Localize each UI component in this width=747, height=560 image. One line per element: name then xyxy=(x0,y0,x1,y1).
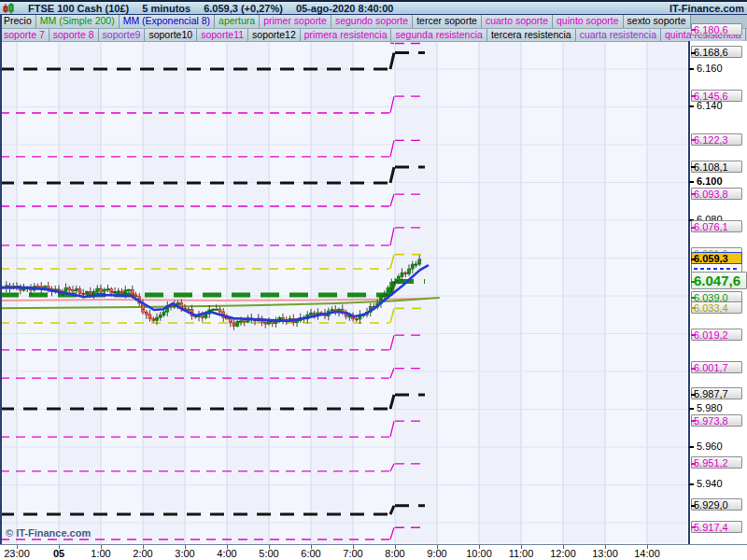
price-tick-5-980: 5.980 xyxy=(690,402,723,414)
candle-body xyxy=(72,290,75,291)
tick-mark xyxy=(691,420,696,422)
chart-area[interactable]: © IT-Finance.com xyxy=(0,41,688,544)
legend-item-cuarta-resistencia[interactable]: cuarta resistencia xyxy=(576,29,661,41)
price-tick-5-960: 5.960 xyxy=(690,441,723,453)
legend-item-mm-exponencial-8[interactable]: MM (Exponencial 8) xyxy=(120,15,215,28)
tick-mark xyxy=(691,95,696,97)
tick-mark xyxy=(691,193,696,195)
time-label-1-00: 1:00 xyxy=(91,548,110,559)
legend-item-primera-resistencia[interactable]: primera resistencia xyxy=(301,29,392,41)
price-label-text: 6.108,1 xyxy=(694,161,728,173)
price-label-text: 6.047,6 xyxy=(694,273,740,288)
level-price-label-6-033-4: 6.033,4 xyxy=(691,301,742,314)
title-bar: FTSE 100 Cash (10£) 5 minutos 6.059,3 (+… xyxy=(0,0,747,15)
tick-mark xyxy=(691,334,696,336)
tick-mark xyxy=(689,105,694,107)
time-label-12-00: 12:00 xyxy=(550,548,576,559)
legend-item-apertura[interactable]: apertura xyxy=(215,15,260,28)
time-label-6-00: 6:00 xyxy=(301,548,320,559)
tick-mark xyxy=(689,68,694,70)
price-label-text: 6.168,6 xyxy=(694,47,728,58)
price-tick-6-140: 6.140 xyxy=(690,100,723,112)
tick-mark xyxy=(691,281,696,283)
level-price-label-5-951-2: 5.951,2 xyxy=(691,456,742,469)
level-price-label-6-076-1: 6.076,1 xyxy=(691,220,742,232)
legend-item-segundo-soporte[interactable]: segundo soporte xyxy=(331,15,413,28)
tick-mark xyxy=(689,408,694,410)
tick-mark xyxy=(689,181,694,183)
legend-item-segunda-resistencia[interactable]: segunda resistencia xyxy=(391,29,486,41)
left-border-line xyxy=(0,15,2,544)
legend-item-soporte9[interactable]: soporte9 xyxy=(99,29,146,41)
tick-mark xyxy=(691,259,696,260)
time-label-9-00: 9:00 xyxy=(427,548,446,559)
legend-item-tercer-soporte[interactable]: tercer soporte xyxy=(413,15,482,28)
watermark: © IT-Finance.com xyxy=(6,527,91,539)
legend-item-sexto-soporte[interactable]: sexto soporte xyxy=(624,15,691,28)
tick-mark xyxy=(691,394,696,396)
candlestick-icon xyxy=(3,3,15,14)
level-price-label-6-168-6: 6.168,6 xyxy=(691,46,742,58)
interval-label: 5 minutos xyxy=(142,3,190,14)
level-price-label-6-180-6: 6.180,6 xyxy=(691,23,742,35)
price-label-text: 6.001,7 xyxy=(694,362,728,373)
price-label-text: 6.122,3 xyxy=(694,134,728,146)
price-tick-label: 5.980 xyxy=(697,402,723,413)
time-label-5-00: 5:00 xyxy=(259,548,278,559)
legend-item-primer-soporte[interactable]: primer soporte xyxy=(260,15,331,28)
hour-band xyxy=(605,42,647,545)
level-price-label-6-019-2: 6.019,2 xyxy=(691,329,742,341)
legend-item-soporte12[interactable]: soporte12 xyxy=(248,29,301,41)
legend-item-soporte11[interactable]: soporte11 xyxy=(197,29,248,41)
candle-body xyxy=(271,321,274,323)
tick-mark xyxy=(691,52,696,54)
candle-body xyxy=(75,289,78,291)
time-label-10-00: 10:00 xyxy=(466,548,492,559)
time-label-05: 05 xyxy=(53,548,64,559)
tick-mark xyxy=(691,139,696,141)
time-label-2-00: 2:00 xyxy=(133,548,152,559)
price-label-text: 5.917,4 xyxy=(694,522,728,533)
tick-mark xyxy=(691,227,696,229)
tick-mark xyxy=(691,526,696,528)
legend-item-soporte10[interactable]: soporte10 xyxy=(145,29,197,41)
price-label-text: 6.033,4 xyxy=(694,302,728,314)
legend-item-quinto-soporte[interactable]: quinto soporte xyxy=(553,15,624,28)
last-price-change: 6.059,3 (+0,27%) xyxy=(204,3,283,14)
instrument-name: FTSE 100 Cash (10£) xyxy=(28,3,129,14)
price-tick-6-160: 6.160 xyxy=(690,63,723,75)
timestamp: 05-ago-2020 8:40:00 xyxy=(296,3,394,14)
legend-item-precio[interactable]: Precio xyxy=(0,15,36,28)
current-price-label: 6.059,3 xyxy=(691,252,742,264)
legend-item-tercera-resistencia[interactable]: tercera resistencia xyxy=(487,29,576,41)
time-label-8-00: 8:00 xyxy=(385,548,404,559)
brand-label: IT-Finance.com xyxy=(669,3,744,14)
price-chart[interactable] xyxy=(0,42,688,545)
tick-mark xyxy=(691,29,696,31)
price-label-text: 5.951,2 xyxy=(694,457,728,469)
price-label-text: 5.929,0 xyxy=(694,499,728,511)
price-tick-label: 5.940 xyxy=(697,478,723,489)
legend-item-soporte-7[interactable]: soporte 7 xyxy=(0,29,49,41)
hour-band xyxy=(437,42,479,545)
price-tick-label: 6.140 xyxy=(697,100,723,111)
legend-item-mm-simple-200[interactable]: MM (Simple 200) xyxy=(36,15,120,28)
candle-body xyxy=(215,309,218,310)
price-label-text: 6.076,1 xyxy=(694,221,728,232)
time-label-4-00: 4:00 xyxy=(217,548,236,559)
level-price-label-6-145-6: 6.145,6 xyxy=(691,90,742,102)
tick-mark xyxy=(691,368,696,370)
legend-item-cuarto-soporte[interactable]: cuarto soporte xyxy=(482,15,553,28)
tick-mark xyxy=(691,307,696,309)
price-label-text: 6.093,8 xyxy=(694,189,728,200)
legend-item-soporte-8[interactable]: soporte 8 xyxy=(49,29,99,41)
candle-body xyxy=(110,289,113,293)
candle-body xyxy=(390,283,393,288)
tick-mark xyxy=(691,505,696,507)
tick-mark xyxy=(691,297,696,299)
price-tick-label: 6.160 xyxy=(697,63,723,74)
level-price-label-5-917-4: 5.917,4 xyxy=(691,521,742,533)
price-tick-label: 5.960 xyxy=(697,441,723,452)
level-price-label-5-987-7: 5.987,7 xyxy=(691,387,742,399)
price-label-text: 6.180,6 xyxy=(694,24,728,35)
